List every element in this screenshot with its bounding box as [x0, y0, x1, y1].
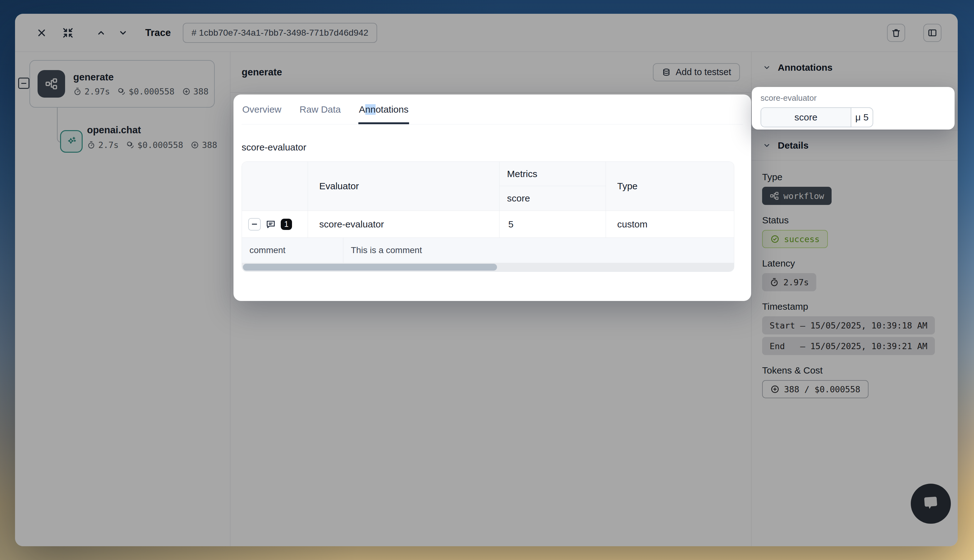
horizontal-scrollbar[interactable] — [242, 263, 734, 272]
tab-annotations-text: otations — [375, 104, 409, 115]
tab-overview[interactable]: Overview — [242, 95, 282, 124]
score-subcolumn-header: score — [500, 186, 606, 210]
annotations-table-header: Evaluator Metrics Type score — [242, 162, 734, 211]
trace-modal: Trace # 1cbb70e7-34a1-7bb7-3498-771b7d46… — [15, 14, 958, 546]
score-cell: 5 — [500, 211, 606, 237]
annotation-evaluator-label: score-evaluator — [761, 93, 946, 103]
comment-key-cell: comment — [242, 238, 344, 263]
comment-row: comment This is a comment — [242, 238, 734, 263]
tab-annotations-selected-text: nn — [365, 104, 375, 115]
type-cell: custom — [606, 211, 734, 237]
comment-count-badge[interactable]: 1 — [281, 219, 292, 230]
metrics-column-header: Metrics — [500, 162, 606, 186]
score-metric-name[interactable]: score — [761, 108, 851, 127]
span-tabs: Overview Raw Data Annotations — [242, 95, 743, 125]
annotations-table: Evaluator Metrics Type score 1 score-eva… — [242, 162, 734, 272]
collapse-row-button[interactable] — [248, 218, 261, 230]
tab-raw-data[interactable]: Raw Data — [299, 95, 342, 124]
score-annotation-popover: score-evaluator score μ 5 — [752, 87, 955, 130]
scrollbar-thumb[interactable] — [243, 264, 497, 271]
table-row[interactable]: 1 score-evaluator 5 custom — [242, 211, 734, 238]
evaluator-section-title: score-evaluator — [242, 142, 734, 153]
tab-annotations[interactable]: Annotations — [359, 95, 409, 124]
row-actions-cell: 1 — [242, 211, 308, 237]
score-metric-control: score μ 5 — [761, 107, 873, 127]
actions-column-header — [242, 162, 308, 210]
comment-value-cell: This is a comment — [344, 238, 734, 263]
tab-annotations-text: A — [359, 104, 365, 115]
evaluator-cell: score-evaluator — [308, 211, 500, 237]
score-mean-value: μ 5 — [851, 108, 872, 127]
page-background: { "topbar": { "title": "Trace", "trace_i… — [0, 0, 974, 560]
annotations-popover-card: Overview Raw Data Annotations score-eval… — [233, 95, 751, 301]
evaluator-column-header: Evaluator — [308, 162, 500, 210]
type-column-header: Type — [606, 162, 734, 210]
comment-icon[interactable] — [265, 219, 276, 230]
